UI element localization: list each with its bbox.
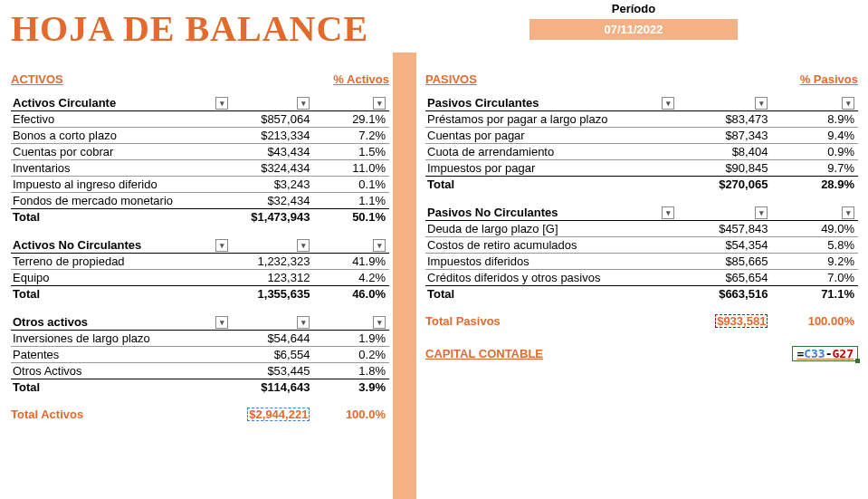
table-row: Bonos a corto plazo$213,3347.2% (11, 128, 389, 144)
pct-activos-label: % Activos (333, 72, 389, 86)
table-row: Costos de retiro acumulados$54,3545.8% (425, 237, 858, 254)
row-pct: 0.2% (313, 347, 389, 363)
row-name: Inversiones de largo plazo (11, 331, 230, 347)
section-header-row: Pasivos Circulantes (425, 95, 858, 111)
row-pct: 0.1% (313, 177, 389, 193)
total-value: $270,065 (676, 177, 771, 193)
section-header-row: Otros activos (11, 314, 389, 331)
activos-label: ACTIVOS (11, 72, 63, 86)
section-table: Otros activosInversiones de largo plazo$… (11, 314, 389, 395)
total-label: Total (425, 177, 676, 193)
table-row: Créditos diferidos y otros pasivos$65,65… (425, 270, 858, 286)
total-pct: 46.0% (313, 286, 389, 302)
section-title: Activos No Circulantes (13, 238, 141, 252)
pasivos-label: PASIVOS (425, 72, 477, 86)
row-value: 1,232,323 (230, 254, 313, 270)
filter-dropdown-icon[interactable] (842, 97, 854, 110)
total-pct: 3.9% (313, 379, 389, 396)
row-pct: 4.2% (313, 270, 389, 286)
filter-dropdown-icon[interactable] (215, 239, 228, 252)
row-value: $43,434 (230, 144, 313, 160)
row-value: $83,473 (676, 111, 771, 128)
capital-contable-row: CAPITAL CONTABLE =C33-G27 (425, 346, 858, 361)
table-row: Otros Activos$53,4451.8% (11, 363, 389, 379)
row-pct: 1.8% (313, 363, 389, 379)
section-total-row: Total$1,473,94350.1% (11, 209, 389, 226)
filter-dropdown-icon[interactable] (297, 316, 310, 329)
filter-dropdown-icon[interactable] (215, 97, 228, 110)
row-pct: 41.9% (313, 254, 389, 270)
table-row: Fondos de mercado monetario$32,4341.1% (11, 193, 389, 209)
row-pct: 8.9% (771, 111, 858, 128)
total-value: $663,516 (676, 286, 771, 302)
filter-dropdown-icon[interactable] (842, 206, 854, 219)
row-pct: 7.2% (313, 128, 389, 144)
total-activos-label: Total Activos (11, 408, 230, 421)
row-pct: 11.0% (313, 160, 389, 177)
row-name: Equipo (11, 270, 230, 286)
filter-dropdown-icon[interactable] (373, 316, 386, 329)
row-value: $54,354 (676, 237, 771, 254)
total-value: 1,355,635 (230, 286, 313, 302)
pasivos-column: PASIVOS % Pasivos Pasivos CirculantesPré… (425, 72, 858, 361)
table-row: Equipo123,3124.2% (11, 270, 389, 286)
row-pct: 29.1% (313, 111, 389, 128)
filter-dropdown-icon[interactable] (755, 97, 768, 110)
row-value: 123,312 (230, 270, 313, 286)
row-name: Impuestos diferidos (425, 254, 676, 270)
filter-dropdown-icon[interactable] (373, 97, 386, 110)
row-pct: 9.4% (771, 128, 858, 144)
filter-dropdown-icon[interactable] (662, 97, 674, 110)
activos-column: ACTIVOS % Activos Activos CirculanteEfec… (11, 72, 389, 421)
row-name: Impuesto al ingreso diferido (11, 177, 230, 193)
row-name: Créditos diferidos y otros pasivos (425, 270, 676, 286)
table-row: Deuda de largo plazo [G]$457,84349.0% (425, 221, 858, 237)
section-total-row: Total1,355,63546.0% (11, 286, 389, 302)
table-row: Impuestos por pagar$90,8459.7% (425, 160, 858, 177)
row-value: $87,343 (676, 128, 771, 144)
period-block: Período 07/11/2022 (416, 0, 851, 40)
row-name: Cuentas por cobrar (11, 144, 230, 160)
filter-dropdown-icon[interactable] (297, 97, 310, 110)
row-value: $90,845 (676, 160, 771, 177)
period-date: 07/11/2022 (529, 19, 738, 40)
row-pct: 9.7% (771, 160, 858, 177)
column-divider (393, 53, 416, 499)
pasivos-header: PASIVOS % Pasivos (425, 72, 858, 90)
table-row: Impuestos diferidos$85,6659.2% (425, 254, 858, 270)
total-pasivos-label: Total Pasivos (425, 314, 676, 328)
filter-dropdown-icon[interactable] (662, 206, 674, 219)
total-activos-row: Total Activos $2,944,221 100.0% (11, 408, 389, 421)
row-value: $54,644 (230, 331, 313, 347)
filter-dropdown-icon[interactable] (215, 316, 228, 329)
section-header-row: Pasivos No Circulantes (425, 205, 858, 221)
section-table: Activos CirculanteEfectivo$857,06429.1%B… (11, 95, 389, 225)
row-pct: 0.9% (771, 144, 858, 160)
table-row: Préstamos por pagar a largo plazo$83,473… (425, 111, 858, 128)
table-row: Inventarios$324,43411.0% (11, 160, 389, 177)
row-name: Terreno de propiedad (11, 254, 230, 270)
total-pct: 50.1% (313, 209, 389, 226)
filter-dropdown-icon[interactable] (373, 239, 386, 252)
row-value: $6,554 (230, 347, 313, 363)
row-name: Préstamos por pagar a largo plazo (425, 111, 676, 128)
section-header-row: Activos Circulante (11, 95, 389, 111)
filter-dropdown-icon[interactable] (297, 239, 310, 252)
row-name: Impuestos por pagar (425, 160, 676, 177)
table-row: Cuentas por cobrar$43,4341.5% (11, 144, 389, 160)
total-value: $1,473,943 (230, 209, 313, 226)
row-pct: 49.0% (771, 221, 858, 237)
capital-formula-cell[interactable]: =C33-G27 (792, 346, 858, 361)
row-pct: 5.8% (771, 237, 858, 254)
total-label: Total (425, 286, 676, 302)
total-value: $114,643 (230, 379, 313, 396)
capital-contable-label: CAPITAL CONTABLE (425, 347, 543, 360)
row-pct: 1.1% (313, 193, 389, 209)
filter-dropdown-icon[interactable] (755, 206, 768, 219)
row-value: $457,843 (676, 221, 771, 237)
row-name: Cuota de arrendamiento (425, 144, 676, 160)
row-pct: 9.2% (771, 254, 858, 270)
row-pct: 1.5% (313, 144, 389, 160)
row-pct: 1.9% (313, 331, 389, 347)
section-title: Pasivos Circulantes (427, 96, 539, 110)
